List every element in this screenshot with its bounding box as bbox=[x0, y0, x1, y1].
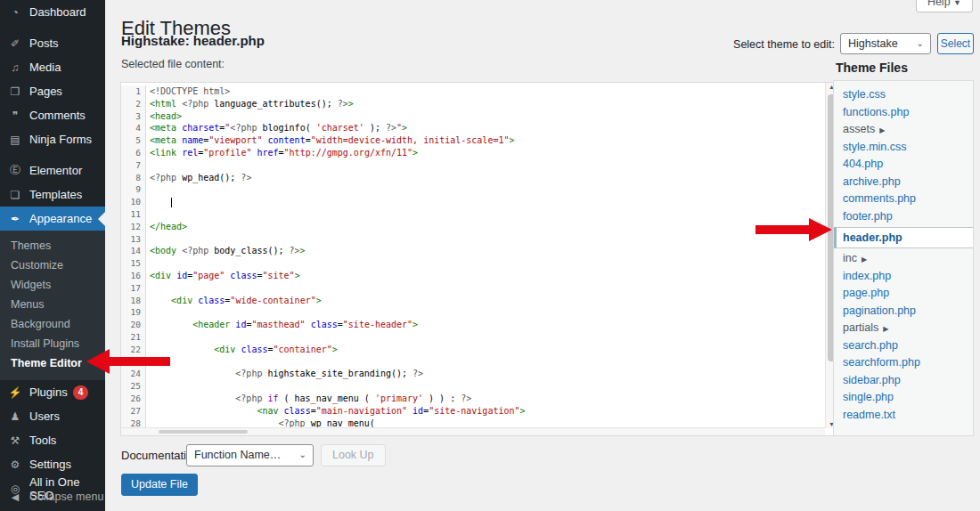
theme-file-assets[interactable]: assets▶ bbox=[834, 121, 973, 139]
sidebar-item-label: Comments bbox=[29, 109, 86, 122]
horizontal-scrollbar[interactable] bbox=[121, 427, 825, 435]
submenu-item-themes[interactable]: Themes bbox=[0, 236, 105, 256]
file-name: readme.txt bbox=[843, 409, 895, 421]
theme-file-partials[interactable]: partials▶ bbox=[834, 320, 973, 337]
code-text: </head> bbox=[146, 221, 187, 233]
appearance-icon: ✒ bbox=[7, 213, 23, 225]
file-name: search.php bbox=[843, 339, 898, 352]
code-line: 16<div id="page" class="site"> bbox=[121, 270, 825, 282]
theme-file-subtitle: Highstake: header.php bbox=[121, 33, 265, 48]
theme-file-footer-php[interactable]: footer.php bbox=[834, 208, 973, 226]
theme-file-functions-php[interactable]: functions.php bbox=[834, 104, 973, 122]
annotation-arrow-header-php bbox=[755, 218, 832, 241]
file-name: partials bbox=[843, 321, 878, 334]
folder-expand-icon[interactable]: ▶ bbox=[883, 325, 888, 333]
code-text: <div id="page" class="site"> bbox=[146, 270, 300, 282]
theme-file-style-min-css[interactable]: style.min.css bbox=[834, 139, 973, 157]
select-theme-button[interactable]: Select bbox=[937, 33, 974, 54]
code-text: <meta name="viewport" content="width=dev… bbox=[146, 134, 515, 147]
code-editor[interactable]: 1<!DOCTYPE html>2<html <?php language_at… bbox=[120, 82, 837, 436]
sidebar-item-comments[interactable]: ❞Comments bbox=[0, 103, 105, 127]
documentation-select[interactable]: Function Name… ⌄ bbox=[186, 444, 314, 466]
line-number: 10 bbox=[121, 196, 146, 208]
code-text bbox=[146, 282, 150, 295]
code-line: 22 <div class="container"> bbox=[121, 344, 825, 356]
sidebar-item-posts[interactable]: ✐Posts bbox=[0, 31, 105, 55]
theme-file-style-css[interactable]: style.css bbox=[834, 86, 973, 104]
theme-file-archive-php[interactable]: archive.php bbox=[834, 174, 973, 191]
dashboard-icon: ◔ bbox=[7, 6, 23, 19]
theme-file-inc[interactable]: inc▶ bbox=[834, 250, 973, 268]
sidebar-item-label: Elementor bbox=[29, 164, 82, 177]
file-name: inc bbox=[843, 252, 857, 264]
code-line: 24 <?php highstake_site_branding(); ?> bbox=[121, 368, 825, 380]
submenu-item-customize[interactable]: Customize bbox=[0, 256, 105, 275]
wordpress-theme-editor: ◔Dashboard✐Posts♫Media❐Pages❞Comments▤Ni… bbox=[0, 0, 980, 511]
chevron-down-icon: ▼ bbox=[953, 0, 961, 7]
theme-file-single-php[interactable]: single.php bbox=[834, 389, 973, 407]
theme-file-comments-php[interactable]: comments.php bbox=[834, 191, 973, 208]
code-line: 5<meta name="viewport" content="width=de… bbox=[121, 134, 825, 147]
code-line: 11 bbox=[121, 208, 825, 221]
sidebar-item-ninja-forms[interactable]: ▤Ninja Forms bbox=[0, 127, 105, 151]
plugins-update-badge: 4 bbox=[73, 385, 89, 400]
theme-file-searchform-php[interactable]: searchform.php bbox=[834, 354, 973, 372]
sidebar-item-label: Settings bbox=[29, 458, 71, 471]
submenu-item-widgets[interactable]: Widgets bbox=[0, 275, 105, 295]
collapse-menu-button[interactable]: ◀ Collapse menu bbox=[0, 486, 112, 507]
submenu-item-menus[interactable]: Menus bbox=[0, 295, 105, 314]
code-text bbox=[146, 159, 150, 172]
tools-icon: ⚒ bbox=[7, 434, 23, 447]
scrollbar-thumb[interactable] bbox=[159, 430, 248, 434]
code-text bbox=[146, 183, 150, 196]
code-text: <meta charset="<?php bloginfo( 'charset'… bbox=[146, 122, 407, 134]
theme-file-readme-txt[interactable]: readme.txt bbox=[834, 407, 973, 425]
theme-file-pagination-php[interactable]: pagination.php bbox=[834, 303, 973, 320]
folder-expand-icon[interactable]: ▶ bbox=[862, 256, 867, 264]
sidebar-item-elementor[interactable]: ⒺElementor bbox=[0, 158, 105, 182]
lookup-button[interactable]: Look Up bbox=[321, 444, 386, 466]
update-file-button[interactable]: Update File bbox=[121, 474, 198, 496]
collapse-menu-label: Collapse menu bbox=[29, 491, 103, 503]
theme-file-search-php[interactable]: search.php bbox=[834, 337, 973, 355]
file-content-label: Selected file content: bbox=[121, 58, 225, 70]
help-button[interactable]: Help ▼ bbox=[916, 0, 973, 12]
file-name: pagination.php bbox=[843, 304, 916, 317]
posts-icon: ✐ bbox=[7, 37, 23, 50]
code-text: <link rel="profile" href="http://gmpg.or… bbox=[146, 147, 418, 159]
code-line: 13 bbox=[121, 233, 825, 246]
theme-file-index-php[interactable]: index.php bbox=[834, 268, 973, 286]
theme-file-page-php[interactable]: page.php bbox=[834, 285, 973, 303]
code-line: 3<head> bbox=[121, 110, 825, 123]
sidebar-item-templates[interactable]: ❏Templates bbox=[0, 182, 105, 207]
sidebar-item-plugins[interactable]: ⚡Plugins4 bbox=[0, 380, 105, 404]
submenu-item-background[interactable]: Background bbox=[0, 314, 105, 334]
line-number: 20 bbox=[121, 319, 146, 331]
chevron-down-icon: ⌄ bbox=[917, 34, 924, 53]
folder-expand-icon[interactable]: ▶ bbox=[879, 126, 885, 134]
sidebar-item-media[interactable]: ♫Media bbox=[0, 55, 105, 79]
theme-file-header-php[interactable]: header.php bbox=[833, 227, 974, 248]
sidebar-item-appearance[interactable]: ✒Appearance bbox=[0, 207, 105, 231]
code-area[interactable]: 1<!DOCTYPE html>2<html <?php language_at… bbox=[121, 83, 825, 428]
file-name: assets bbox=[843, 123, 875, 135]
line-number: 1 bbox=[121, 85, 146, 98]
code-text: <head> bbox=[146, 110, 182, 123]
sidebar-item-pages[interactable]: ❐Pages bbox=[0, 79, 105, 103]
theme-file-404-php[interactable]: 404.php bbox=[834, 156, 973, 174]
sidebar-item-users[interactable]: ♟Users bbox=[0, 404, 105, 428]
code-line: 26 <?php if ( has_nav_menu ( 'primary' )… bbox=[121, 393, 825, 405]
line-number: 25 bbox=[121, 380, 146, 393]
sidebar-item-settings[interactable]: ⚙Settings bbox=[0, 452, 105, 476]
admin-menu: ◔Dashboard✐Posts♫Media❐Pages❞Comments▤Ni… bbox=[0, 0, 105, 500]
line-number: 7 bbox=[121, 159, 146, 172]
sidebar-item-dashboard[interactable]: ◔Dashboard bbox=[0, 0, 105, 24]
file-name: single.php bbox=[843, 391, 894, 403]
code-line: 8<?php wp_head(); ?> bbox=[121, 172, 825, 184]
theme-file-sidebar-php[interactable]: sidebar.php bbox=[834, 372, 973, 390]
sidebar-item-tools[interactable]: ⚒Tools bbox=[0, 428, 105, 452]
code-line: 23 bbox=[121, 356, 825, 369]
elementor-icon: Ⓔ bbox=[7, 163, 23, 178]
theme-select[interactable]: Highstake ⌄ bbox=[840, 33, 931, 54]
arrow-head-icon bbox=[809, 218, 832, 241]
